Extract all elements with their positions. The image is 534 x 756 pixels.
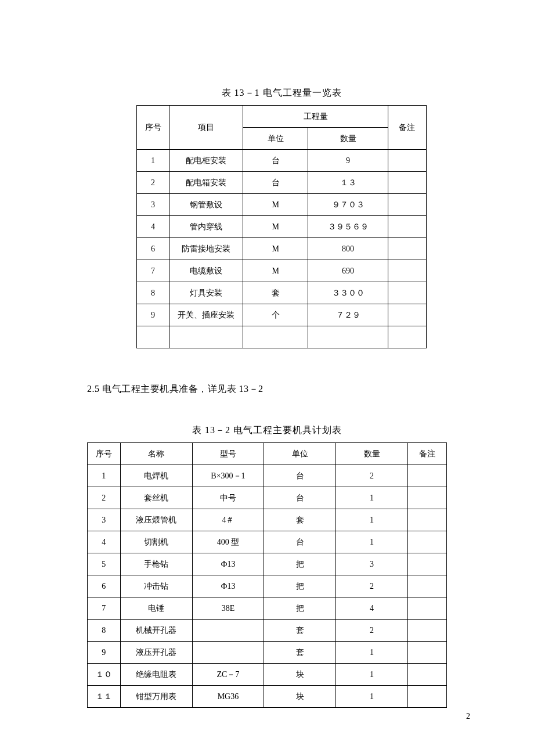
table-row: 6防雷接地安装M800 <box>137 238 427 260</box>
table2-cell-seq: 3 <box>88 509 121 531</box>
table1-cell-qty: ３３００ <box>308 282 388 304</box>
table2-cell-name: 液压煨管机 <box>120 509 192 531</box>
table1-cell-item: 灯具安装 <box>169 282 243 304</box>
table1-cell-qty: 690 <box>308 260 388 282</box>
table2-cell-qty: 1 <box>336 487 408 509</box>
table1-cell-seq: 2 <box>137 172 169 194</box>
table1-cell-item: 钢管敷设 <box>169 194 243 216</box>
table1-title: 表 13－1 电气工程量一览表 <box>116 87 447 99</box>
table2-cell-name: 钳型万用表 <box>120 686 192 708</box>
table-header-row: 序号 项目 工程量 备注 <box>137 106 427 128</box>
table1-header-qty: 数量 <box>308 128 388 150</box>
table-header-row: 序号 名称 型号 单位 数量 备注 <box>88 443 447 465</box>
table2-cell-model: ZC－7 <box>192 664 264 686</box>
table-row: 4管内穿线M３９５６９ <box>137 216 427 238</box>
table1-cell-unit: 台 <box>243 172 308 194</box>
table1: 序号 项目 工程量 备注 单位 数量 1配电柜安装台92配电箱安装台１３3钢管敷… <box>136 105 427 348</box>
table2-cell-name: 冲击钻 <box>120 575 192 597</box>
table2-header-unit: 单位 <box>264 443 336 465</box>
table1-cell-seq: 4 <box>137 216 169 238</box>
table1-cell-note <box>388 216 426 238</box>
table-row: 1配电柜安装台9 <box>137 150 427 172</box>
table2-cell-seq: 2 <box>88 487 121 509</box>
table2-header-note: 备注 <box>407 443 446 465</box>
table2-cell-qty: 2 <box>336 465 408 487</box>
table1-cell-qty: １３ <box>308 172 388 194</box>
table2-cell-qty: 2 <box>336 620 408 642</box>
table-row: 6冲击钻Ф13把2 <box>88 575 447 597</box>
table1-cell-seq: 6 <box>137 238 169 260</box>
page-number: 2 <box>466 712 470 721</box>
table2-cell-model: 中号 <box>192 487 264 509</box>
table1-header-item: 项目 <box>169 106 243 150</box>
table1-cell-unit <box>243 326 308 348</box>
table-row: １０绝缘电阻表ZC－7块1 <box>88 664 447 686</box>
table1-cell-seq: 8 <box>137 282 169 304</box>
table2-cell-unit: 台 <box>264 487 336 509</box>
table2-cell-model <box>192 642 264 664</box>
table2-cell-model <box>192 620 264 642</box>
table-row: 3钢管敷设M９７０３ <box>137 194 427 216</box>
table2-cell-qty: 4 <box>336 597 408 620</box>
table2-cell-note <box>407 531 446 553</box>
table2-cell-qty: 1 <box>336 642 408 664</box>
table2-cell-seq: 9 <box>88 642 121 664</box>
table1-cell-unit: 套 <box>243 282 308 304</box>
table2-title: 表 13－2 电气工程主要机具计划表 <box>87 424 447 437</box>
table1-cell-note <box>388 238 426 260</box>
table2-cell-note <box>407 553 446 575</box>
table2-cell-qty: 1 <box>336 664 408 686</box>
table2-cell-note <box>407 487 446 509</box>
table-row: 9液压开孔器套1 <box>88 642 447 664</box>
table2-cell-seq: 6 <box>88 575 121 597</box>
table1-cell-item: 电缆敷设 <box>169 260 243 282</box>
table-row: １１钳型万用表MG36块1 <box>88 686 447 708</box>
table1-cell-note <box>388 172 426 194</box>
table2-cell-note <box>407 664 446 686</box>
table1-cell-qty: 9 <box>308 150 388 172</box>
table1-cell-unit: 台 <box>243 150 308 172</box>
table1-cell-seq: 1 <box>137 150 169 172</box>
table2-cell-unit: 块 <box>264 664 336 686</box>
table2-header-model: 型号 <box>192 443 264 465</box>
table2-cell-model: Ф13 <box>192 575 264 597</box>
table2-cell-model: 38E <box>192 597 264 620</box>
table2-cell-seq: １１ <box>88 686 121 708</box>
table2: 序号 名称 型号 单位 数量 备注 1电焊机B×300－1台22套丝机中号台13… <box>87 442 447 708</box>
table2-cell-seq: 8 <box>88 620 121 642</box>
table1-cell-qty: ３９５６９ <box>308 216 388 238</box>
table-row: 3液压煨管机4＃套1 <box>88 509 447 531</box>
table2-cell-note <box>407 620 446 642</box>
table2-header-name: 名称 <box>120 443 192 465</box>
table2-cell-name: 电锤 <box>120 597 192 620</box>
table2-cell-seq: 7 <box>88 597 121 620</box>
table2-cell-unit: 套 <box>264 620 336 642</box>
table1-cell-unit: M <box>243 260 308 282</box>
table1-cell-item: 配电柜安装 <box>169 150 243 172</box>
table1-cell-note <box>388 260 426 282</box>
table2-cell-note <box>407 509 446 531</box>
table2-cell-qty: 3 <box>336 553 408 575</box>
table2-cell-name: 电焊机 <box>120 465 192 487</box>
table-row: 5手枪钻Ф13把3 <box>88 553 447 575</box>
table2-cell-name: 绝缘电阻表 <box>120 664 192 686</box>
table2-cell-note <box>407 465 446 487</box>
table2-cell-model: 4＃ <box>192 509 264 531</box>
table2-cell-model: Ф13 <box>192 553 264 575</box>
table2-cell-note <box>407 575 446 597</box>
table-row: 9开关、插座安装个７２９ <box>137 304 427 326</box>
table2-cell-qty: 2 <box>336 575 408 597</box>
table2-cell-unit: 台 <box>264 531 336 553</box>
table2-cell-seq: 5 <box>88 553 121 575</box>
table1-cell-qty: ７２９ <box>308 304 388 326</box>
table1-header-seq: 序号 <box>137 106 169 150</box>
table2-cell-unit: 把 <box>264 575 336 597</box>
table2-cell-model: B×300－1 <box>192 465 264 487</box>
table2-cell-unit: 套 <box>264 642 336 664</box>
table1-cell-seq: 7 <box>137 260 169 282</box>
table1-cell-item: 防雷接地安装 <box>169 238 243 260</box>
table2-cell-note <box>407 597 446 620</box>
table1-cell-item <box>169 326 243 348</box>
table1-cell-unit: M <box>243 238 308 260</box>
table-row: 7电锤38E把4 <box>88 597 447 620</box>
